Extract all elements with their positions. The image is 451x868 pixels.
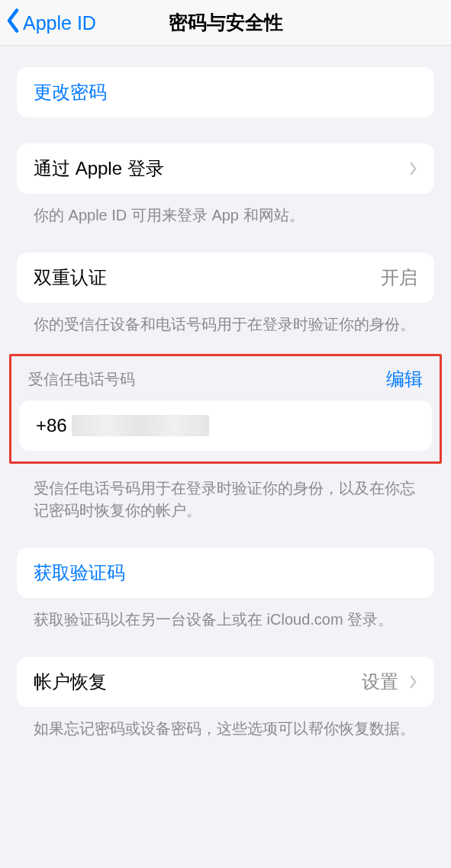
navbar: Apple ID 密码与安全性 <box>0 0 451 46</box>
account-recovery-footer: 如果忘记密码或设备密码，这些选项可以帮你恢复数据。 <box>17 707 434 740</box>
trusted-phone-redacted <box>72 415 209 436</box>
account-recovery-row[interactable]: 帐户恢复 设置 <box>17 657 434 707</box>
account-recovery-value: 设置 <box>362 670 398 694</box>
account-recovery-label: 帐户恢复 <box>34 670 107 694</box>
group-sign-in-with-apple: 通过 Apple 登录 你的 Apple ID 可用来登录 App 和网站。 <box>17 143 434 227</box>
sign-in-with-apple-footer: 你的 Apple ID 可用来登录 App 和网站。 <box>17 194 434 227</box>
group-get-code: 获取验证码 获取验证码以在另一台设备上或在 iCloud.com 登录。 <box>17 548 434 631</box>
chevron-left-icon <box>5 8 21 38</box>
sign-in-with-apple-row[interactable]: 通过 Apple 登录 <box>17 143 434 194</box>
change-password-button[interactable]: 更改密码 <box>17 67 434 117</box>
trusted-phone-prefix: +86 <box>36 415 67 436</box>
get-code-label: 获取验证码 <box>34 561 125 585</box>
two-factor-label: 双重认证 <box>34 265 107 290</box>
chevron-right-icon <box>409 674 417 690</box>
page-title: 密码与安全性 <box>169 10 283 35</box>
back-button[interactable]: Apple ID <box>5 0 96 46</box>
group-change-password: 更改密码 <box>17 67 434 117</box>
trusted-phone-header: 受信任电话号码 编辑 <box>18 364 433 400</box>
trusted-phone-header-label: 受信任电话号码 <box>28 369 135 390</box>
get-code-footer: 获取验证码以在另一台设备上或在 iCloud.com 登录。 <box>17 598 434 631</box>
group-account-recovery: 帐户恢复 设置 如果忘记密码或设备密码，这些选项可以帮你恢复数据。 <box>17 657 434 740</box>
trusted-phone-highlight: 受信任电话号码 编辑 +86 <box>9 354 442 464</box>
trusted-phone-row[interactable]: +86 <box>19 400 432 451</box>
change-password-label: 更改密码 <box>34 80 107 104</box>
trusted-phone-footer: 受信任电话号码用于在登录时验证你的身份，以及在你忘记密码时恢复你的帐户。 <box>17 464 434 522</box>
two-factor-value: 开启 <box>381 265 417 290</box>
get-code-button[interactable]: 获取验证码 <box>17 548 434 598</box>
chevron-right-icon <box>409 161 417 176</box>
trusted-phone-number: +86 <box>36 415 209 436</box>
two-factor-footer: 你的受信任设备和电话号码用于在登录时验证你的身份。 <box>17 303 434 336</box>
sign-in-with-apple-label: 通过 Apple 登录 <box>34 156 164 181</box>
group-two-factor: 双重认证 开启 你的受信任设备和电话号码用于在登录时验证你的身份。 <box>17 252 434 336</box>
trusted-phone-edit-button[interactable]: 编辑 <box>386 367 423 391</box>
two-factor-row[interactable]: 双重认证 开启 <box>17 252 434 303</box>
back-label: Apple ID <box>23 12 96 34</box>
content: 更改密码 通过 Apple 登录 你的 Apple ID 可用来登录 App 和… <box>0 67 451 740</box>
